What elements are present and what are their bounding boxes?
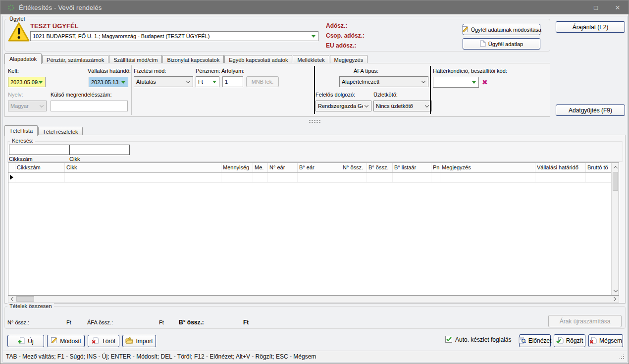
tab-alapadatok[interactable]: Alapadatok [4, 53, 42, 64]
check-icon [446, 335, 452, 344]
main-tabstrip: AlapadatokPénztár, számlaszámokSzállítás… [4, 53, 368, 63]
resize-grip[interactable] [619, 354, 625, 360]
window-title: Értékesítés - Vevői rendelés [19, 4, 102, 11]
deadline-field[interactable]: 2023.05.13. [89, 77, 128, 87]
agent-select[interactable]: Nincs üzletkötő [373, 101, 432, 111]
delete-item-label: Töröl [102, 338, 115, 345]
responsible-value: Rendszergazda Ge [318, 103, 363, 109]
language-select[interactable]: Magyar [8, 101, 47, 111]
gross-total-label: B° össz.: [179, 319, 204, 326]
mnb-lookup-button[interactable]: MNB lek. [246, 76, 279, 87]
col-netto-osszesen[interactable]: N° össz. [341, 163, 367, 172]
save-label: Rögzít [566, 337, 583, 344]
table-row[interactable] [8, 173, 619, 183]
vat-type-label: ÁFA típus: [354, 68, 378, 74]
col-cikkszam[interactable]: Cikkszám [15, 163, 65, 172]
maximize-icon: □ [594, 4, 598, 11]
chevron-down-icon [121, 81, 125, 84]
horizontal-scrollbar-thumb[interactable] [16, 296, 34, 302]
col-vallalasi-hatarido[interactable]: Vállalási határidő [535, 163, 586, 172]
date-value: 2023.05.09. [10, 79, 39, 85]
vat-type-select[interactable]: Alapértelmezett [339, 76, 428, 87]
vat-total-label: ÁFA össz.: [87, 319, 113, 325]
search-name-input[interactable] [69, 145, 130, 155]
customer-address-value: 1021 BUDAPEST, FŐ U. 1.; Magyarország - … [33, 33, 210, 39]
col-netto-egysegar[interactable]: N° eár [268, 163, 298, 172]
cancel-icon [589, 337, 597, 345]
close-button[interactable]: ✕ [607, 0, 629, 14]
scroll-down-icon[interactable] [612, 287, 619, 295]
search-code-input[interactable] [9, 145, 69, 155]
data-collection-button[interactable]: Adatgyűjtés (F9) [556, 104, 625, 116]
maximize-button[interactable]: □ [585, 0, 607, 14]
row-selector-cell[interactable] [8, 173, 15, 182]
deadline-value: 2023.05.13. [91, 79, 120, 85]
import-label: Import [136, 338, 153, 345]
col-brutto-listaar[interactable]: B° listaár [393, 163, 431, 172]
external-order-label: Külső megrendelésszám: [51, 92, 112, 98]
section-divider [430, 66, 431, 114]
gross-total-currency: Ft [243, 319, 249, 326]
clear-icon[interactable]: ✖ [482, 79, 488, 86]
new-item-button[interactable]: Új [7, 335, 44, 347]
app-icon [7, 4, 15, 11]
payment-method-select[interactable]: Átutalás [134, 76, 193, 87]
modify-item-label: Módosít [60, 338, 81, 345]
currency-select[interactable]: Ft [196, 76, 219, 87]
save-button[interactable]: Rögzít [554, 334, 585, 347]
chevron-down-icon [212, 81, 216, 83]
col-brutto-osszesen[interactable]: B° össz. [367, 163, 393, 172]
col-cikk[interactable]: Cikk [65, 163, 221, 172]
customer-modify-label: Ügyfél adatainak módosítása [471, 27, 541, 33]
external-order-input[interactable] [51, 101, 128, 111]
col-megjegyzes[interactable]: Megjegyzés [440, 163, 535, 172]
modify-item-button[interactable]: Módosít [47, 335, 85, 347]
title-bar[interactable]: Értékesítés - Vevői rendelés □ ✕ [0, 0, 629, 14]
row-selector-header [8, 163, 15, 172]
scroll-right-icon[interactable] [611, 295, 619, 303]
scroll-left-icon[interactable] [8, 295, 16, 303]
cancel-button[interactable]: Mégsem [588, 334, 623, 347]
net-total-label: N° össz.: [7, 319, 29, 325]
col-pn[interactable]: Pn. [431, 163, 440, 172]
exchange-rate-value: 1 [225, 79, 228, 85]
document-icon [480, 40, 486, 48]
vertical-scrollbar-thumb[interactable] [613, 172, 618, 191]
chevron-down-icon [39, 81, 43, 84]
current-row-marker-icon [10, 175, 13, 180]
scroll-up-icon[interactable] [612, 163, 619, 171]
auto-stock-label[interactable]: Auto. készlet foglalás [455, 336, 511, 343]
auto-stock-checkbox[interactable] [445, 336, 452, 343]
quote-button[interactable]: Árajánlat (F2) [556, 21, 625, 33]
col-mennyiseg[interactable]: Mennyiség [221, 163, 253, 172]
language-value: Magyar [10, 103, 29, 109]
items-table: Cikkszám Cikk Mennyiség Me. N° eár B° eá… [8, 162, 619, 296]
currency-label: Pénznem: [196, 68, 220, 74]
delete-item-button[interactable]: Töröl [88, 335, 119, 347]
col-brutto-tomeg[interactable]: Bruttó tö [586, 163, 611, 172]
basic-data-panel: Kelt: 2023.05.09. Vállalási határidő: 20… [4, 63, 550, 117]
background-condition-select[interactable] [433, 77, 479, 88]
preview-button[interactable]: Előnézet [519, 334, 551, 347]
preview-icon [519, 337, 526, 345]
vat-total-currency: Ft [159, 319, 164, 325]
customer-modify-button[interactable]: Ügyfél adatainak módosítása [463, 24, 540, 35]
section-divider [314, 66, 315, 114]
currency-value: Ft [198, 79, 203, 85]
tab-tetel-lista[interactable]: Tétel lista [4, 125, 38, 136]
add-icon [18, 337, 25, 345]
customer-address-select[interactable]: 1021 BUDAPEST, FŐ U. 1.; Magyarország - … [30, 31, 318, 41]
recalculate-prices-button[interactable]: Árak újraszámítása [548, 315, 622, 327]
horizontal-scrollbar[interactable] [8, 296, 619, 303]
responsible-select[interactable]: Rendszergazda Ge [315, 101, 371, 111]
col-brutto-egysegar[interactable]: B° eár [298, 163, 341, 172]
chevron-down-icon [472, 81, 476, 84]
date-field[interactable]: 2023.05.09. [8, 77, 46, 87]
exchange-rate-input[interactable]: 1 [222, 76, 243, 87]
splitter-handle[interactable] [4, 119, 626, 123]
import-button[interactable]: Import [122, 335, 156, 347]
customer-datasheet-button[interactable]: Ügyfél adatlap [463, 38, 540, 50]
tax-number-label: Adósz.: [326, 22, 347, 29]
vertical-scrollbar[interactable] [611, 163, 619, 295]
col-me[interactable]: Me. [253, 163, 268, 172]
